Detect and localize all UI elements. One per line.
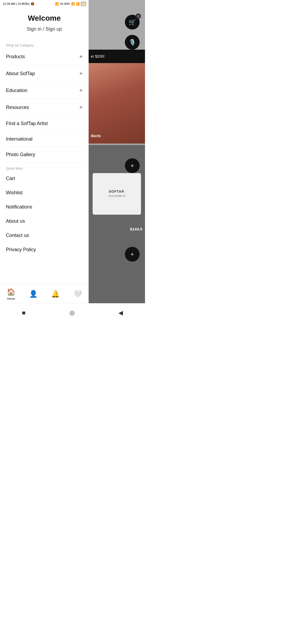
expand-resources-icon: + (79, 104, 83, 111)
nav-item-products[interactable]: Products + (0, 48, 89, 65)
bottom-nav-home[interactable]: 🏠 Home (3, 286, 19, 302)
status-bar: 12:39 AM | 14.8KB/s 🔕 📶 Vo WiFi 📶 🛜 99 (0, 0, 89, 8)
wifi-icon: Vo WiFi (60, 2, 70, 5)
expand-about-icon: + (79, 70, 83, 77)
promo-banner-bg: er $200! (89, 50, 145, 63)
sidebar-drawer: 12:39 AM | 14.8KB/s 🔕 📶 Vo WiFi 📶 🛜 99 W… (0, 0, 89, 322)
bottom-nav-wishlist[interactable]: 🤍 (70, 288, 85, 300)
bottom-nav-notifications[interactable]: 🔔 (48, 288, 63, 300)
expand-education-icon: + (79, 87, 83, 94)
quick-links-section-label: Quick links (0, 163, 89, 171)
cart-badge: 0 (136, 13, 141, 19)
quick-link-cart[interactable]: Cart (0, 171, 89, 186)
android-home-button[interactable]: ◎ (64, 307, 80, 319)
android-square-button[interactable]: ■ (17, 307, 31, 319)
home-icon: 🏠 (7, 288, 15, 296)
nav-item-find-artist[interactable]: Find a SofTap Artist (0, 116, 89, 131)
nav-item-products-label: Products (6, 54, 25, 60)
android-back-button[interactable]: ◀ (113, 307, 128, 319)
quick-link-privacy-policy[interactable]: Privacy Policy (0, 243, 89, 257)
quick-link-contact-us[interactable]: Contact us (0, 228, 89, 243)
nav-item-resources-label: Resources (6, 105, 29, 110)
product-card-bg: SOFTAP. ional Needle Kit (93, 173, 141, 215)
category-nav: Products + About SofTap + Education + Re… (0, 48, 89, 163)
category-section-label: Shop by Category (0, 41, 89, 48)
nav-item-gallery-label: Photo Gallery (6, 152, 35, 158)
battery-indicator: 99 (81, 2, 86, 6)
cart-icon-bg: 🛒 0 (125, 15, 140, 30)
signal2-icon: 📶 (71, 2, 75, 6)
quick-link-notifications[interactable]: Notifications (0, 200, 89, 214)
heart-icon: 🤍 (73, 290, 82, 298)
quick-links-nav: Cart Wishlist Notifications About us Con… (0, 171, 89, 257)
wifi2-icon: 🛜 (76, 2, 80, 6)
quick-link-wishlist[interactable]: Wishlist (0, 186, 89, 200)
nav-item-find-artist-label: Find a SofTap Artist (6, 121, 48, 126)
nav-item-about-label: About SofTap (6, 71, 35, 76)
nav-item-about[interactable]: About SofTap + (0, 65, 89, 82)
nav-item-resources[interactable]: Resources + (0, 99, 89, 116)
quick-link-about-us[interactable]: About us (0, 214, 89, 228)
signal-icon: 📶 (55, 2, 59, 6)
bottom-nav-profile[interactable]: 👤 (26, 288, 41, 300)
bottom-nav-bar: 🏠 Home 👤 🔔 🤍 (0, 284, 89, 303)
bell-icon: 🔔 (51, 290, 60, 298)
product-text-bg: ducts (89, 131, 145, 140)
android-nav-bar: ■ ◎ ◀ (0, 303, 145, 322)
sidebar-welcome-title: Welcome (6, 14, 83, 23)
product-price-bg: $144.5 (130, 227, 142, 231)
mute-icon: 🔕 (31, 2, 34, 6)
status-right: 📶 Vo WiFi 📶 🛜 99 (55, 2, 86, 6)
nav-item-education[interactable]: Education + (0, 82, 89, 99)
nav-item-education-label: Education (6, 88, 27, 93)
mic-icon-bg: 🎙️ (125, 35, 140, 50)
add-product-button2-bg: + (125, 247, 140, 262)
profile-icon: 👤 (29, 290, 38, 298)
sidebar-header: Welcome Sign in / Sign up (0, 8, 89, 41)
status-left: 12:39 AM | 14.8KB/s 🔕 (3, 2, 34, 6)
signin-link[interactable]: Sign in / Sign up (6, 26, 83, 32)
bottom-nav-home-label: Home (7, 297, 15, 300)
nav-item-international-label: International (6, 136, 32, 142)
status-time: 12:39 AM | 14.8KB/s (3, 2, 30, 5)
expand-products-icon: + (79, 53, 83, 60)
add-product-button-bg: + (125, 158, 140, 173)
nav-item-international[interactable]: International (0, 131, 89, 147)
nav-item-gallery[interactable]: Photo Gallery (0, 147, 89, 162)
